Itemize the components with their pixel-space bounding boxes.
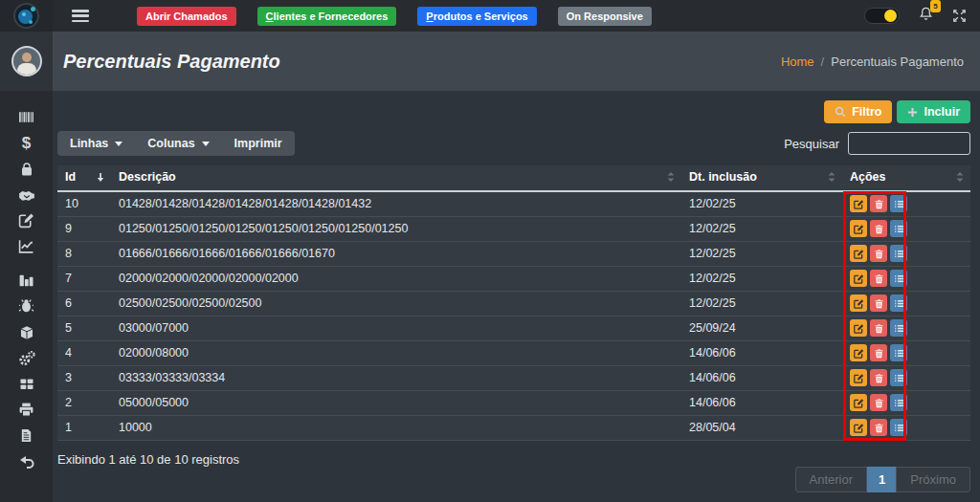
user-panel: [0, 32, 53, 91]
delete-button[interactable]: [870, 220, 887, 237]
sidebar-item-tabelas[interactable]: [0, 371, 53, 397]
delete-button[interactable]: [870, 394, 887, 411]
sidebar-item-cadastro[interactable]: [0, 207, 53, 233]
details-button[interactable]: [890, 369, 907, 386]
toggle-knob: [884, 10, 897, 22]
cell-acoes: [842, 266, 970, 291]
table-row: 8 01666/01666/01666/01666/01666/01670 12…: [57, 241, 970, 266]
column-header-acoes[interactable]: Ações: [842, 165, 970, 191]
clientes-fornecedores-button[interactable]: Clientes e Fornecedores: [257, 7, 397, 26]
delete-button[interactable]: [870, 369, 887, 386]
sidebar-item-impressao[interactable]: [0, 397, 53, 423]
rows-dropdown[interactable]: Linhas: [57, 131, 135, 156]
cell-id: 8: [57, 241, 111, 266]
cell-dt-inclusao: 12/02/25: [681, 291, 842, 316]
chevron-down-icon: [202, 142, 210, 146]
sidebar-item-relatorios[interactable]: [0, 233, 53, 259]
cell-acoes: [842, 241, 970, 266]
table-row: 1 10000 28/05/04: [57, 415, 970, 440]
notifications-button[interactable]: 5: [918, 6, 934, 26]
sidebar-item-compras[interactable]: [0, 156, 53, 182]
columns-dropdown[interactable]: Colunas: [135, 131, 221, 156]
cell-descricao: 02000/08000: [111, 340, 681, 365]
details-button[interactable]: [890, 419, 907, 436]
column-header-dt-inclusao[interactable]: Dt. inclusão: [681, 165, 842, 191]
cell-descricao: 01666/01666/01666/01666/01666/01670: [111, 241, 681, 266]
details-button[interactable]: [890, 319, 907, 337]
user-avatar[interactable]: [11, 46, 42, 76]
sidebar-item-monitoramento[interactable]: [0, 294, 53, 319]
hamburger-menu-icon[interactable]: [72, 10, 89, 22]
data-table: Id Descrição Dt. inclusão Ações 10 01428…: [57, 165, 970, 441]
filter-button[interactable]: Filtro: [824, 100, 892, 123]
sidebar-item-produtos[interactable]: [0, 319, 53, 345]
delete-button[interactable]: [870, 295, 887, 312]
column-header-id[interactable]: Id: [57, 165, 111, 191]
include-button[interactable]: Incluir: [897, 100, 970, 123]
edit-button[interactable]: [850, 419, 867, 436]
edit-button[interactable]: [850, 394, 867, 411]
details-button[interactable]: [890, 295, 907, 312]
page-number-button[interactable]: 1: [867, 467, 897, 492]
produtos-servicos-button[interactable]: Produtos e Serviços: [417, 7, 536, 26]
print-button[interactable]: Imprimir: [222, 131, 295, 156]
edit-button[interactable]: [850, 369, 867, 386]
delete-button[interactable]: [870, 319, 887, 337]
cell-descricao: 03000/07000: [111, 316, 681, 340]
delete-button[interactable]: [870, 419, 887, 436]
cell-id: 9: [57, 216, 111, 241]
cell-dt-inclusao: 12/02/25: [681, 266, 842, 291]
details-button[interactable]: [890, 245, 907, 262]
column-header-descricao[interactable]: Descrição: [111, 165, 681, 191]
details-button[interactable]: [890, 195, 907, 212]
cell-dt-inclusao: 14/06/06: [681, 340, 842, 365]
details-button[interactable]: [890, 270, 907, 287]
edit-button[interactable]: [850, 344, 867, 361]
theme-toggle[interactable]: [864, 8, 900, 24]
delete-button[interactable]: [870, 270, 887, 287]
sidebar-item-configuracoes[interactable]: [0, 345, 53, 371]
bar-chart-icon: [18, 273, 34, 289]
main-content: Filtro Incluir Linhas Colunas Imprimir P…: [53, 91, 980, 502]
sidebar-item-voltar[interactable]: [0, 448, 53, 474]
search-input[interactable]: [848, 132, 970, 155]
next-page-button[interactable]: Próximo: [896, 467, 970, 492]
cell-descricao: 02500/02500/02500/02500: [111, 291, 681, 316]
sidebar-item-documentos[interactable]: [0, 423, 53, 448]
details-button[interactable]: [890, 220, 907, 237]
table-row: 3 03333/03333/03334 14/06/06: [57, 365, 970, 390]
table-icon: [19, 377, 34, 392]
edit-button[interactable]: [850, 295, 867, 312]
sidebar-item-financeiro[interactable]: $: [0, 130, 53, 156]
edit-button[interactable]: [850, 245, 867, 262]
sidebar-item-producao[interactable]: [0, 268, 53, 294]
app-logo[interactable]: [0, 0, 53, 32]
delete-button[interactable]: [870, 245, 887, 262]
sidebar: $: [0, 32, 53, 502]
edit-button[interactable]: [850, 319, 867, 337]
edit-button[interactable]: [850, 195, 867, 212]
notification-count-badge: 5: [930, 0, 941, 12]
edit-button[interactable]: [850, 220, 867, 237]
on-responsive-button[interactable]: On Responsive: [558, 7, 652, 26]
table-row: 6 02500/02500/02500/02500 12/02/25: [57, 291, 970, 316]
breadcrumb-home-link[interactable]: Home: [781, 55, 814, 69]
details-button[interactable]: [890, 344, 907, 361]
table-row: 9 01250/01250/01250/01250/01250/01250/01…: [57, 216, 970, 241]
cell-acoes: [842, 216, 970, 241]
fullscreen-icon[interactable]: [952, 9, 967, 23]
cell-id: 2: [57, 390, 111, 415]
cell-dt-inclusao: 12/02/25: [681, 241, 842, 266]
sidebar-item-barcode[interactable]: [0, 104, 53, 130]
cell-descricao: 05000/05000: [111, 390, 681, 415]
sidebar-item-parcerias[interactable]: [0, 182, 53, 207]
previous-page-button[interactable]: Anterior: [795, 467, 868, 492]
delete-button[interactable]: [870, 344, 887, 361]
delete-button[interactable]: [870, 195, 887, 212]
abrir-chamados-button[interactable]: Abrir Chamados: [137, 7, 236, 26]
chevron-down-icon: [115, 142, 122, 146]
details-button[interactable]: [890, 394, 907, 411]
bug-icon: [18, 298, 34, 315]
cell-dt-inclusao: 12/02/25: [681, 216, 842, 241]
edit-button[interactable]: [850, 270, 867, 287]
